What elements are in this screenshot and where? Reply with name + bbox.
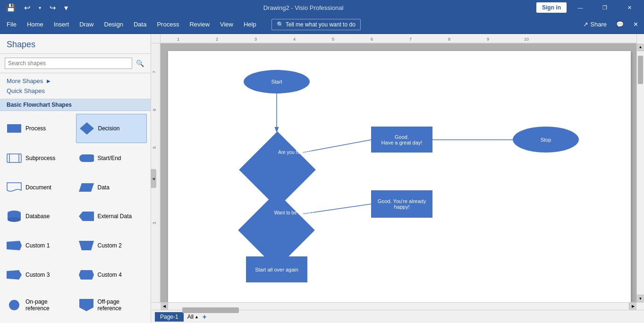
data-label: Data [98,184,110,191]
happy2-label: Want to be happy? [266,210,321,215]
svg-text:8: 8 [448,37,450,42]
svg-text:6: 6 [371,37,373,42]
external-data-label: External Data [98,213,132,220]
menu-data[interactable]: Data [129,18,151,31]
shape-external-data[interactable]: External Data [76,203,147,231]
database-label: Database [25,213,50,220]
canvas-wrapper: 1 2 3 4 5 6 7 8 9 10 [151,34,644,323]
shape-data[interactable]: Data [76,173,147,202]
restore-button[interactable]: ❐ [594,0,616,15]
shape-subprocess[interactable]: Subprocess [4,144,75,172]
shape-startend[interactable]: Start/End [76,144,147,172]
quick-shapes-label: Quick Shapes [7,87,45,94]
menu-design[interactable]: Design [100,18,128,31]
svg-marker-11 [7,241,22,250]
redo-icon[interactable]: ↪ [47,2,58,13]
all-pages-button[interactable]: All ▲ [187,314,199,320]
share-icon: ↗ [583,21,588,28]
menu-process[interactable]: Process [152,18,184,31]
svg-text:9: 9 [487,37,489,42]
ruler-row: 1 2 3 4 5 6 7 8 9 10 [151,34,644,43]
search-input[interactable] [5,58,132,69]
onpage-label: On-page reference [25,298,72,312]
custom2-icon [79,240,94,251]
shape-onpage[interactable]: On-page reference [4,290,75,320]
canvas-scroll-area[interactable]: Start Are you happy? Good. Have a great … [161,43,636,302]
hscroll-thumb[interactable] [182,307,239,313]
canvas-shape-stop[interactable]: Stop [513,127,579,153]
svg-point-9 [8,217,21,222]
undo-dropdown-icon[interactable]: ▾ [36,4,43,11]
shape-custom3[interactable]: Custom 3 [4,261,75,289]
signin-button[interactable]: Sign in [536,2,567,13]
canvas-page: Start Are you happy? Good. Have a great … [168,51,631,302]
more-shapes-item[interactable]: More Shapes ▶ [7,76,144,86]
page-tab-page1[interactable]: Page-1 [155,312,184,322]
menu-file[interactable]: File [2,18,21,31]
ribbon-close-button[interactable]: ✕ [629,19,642,30]
canvas-shape-alreadyhappy[interactable]: Good. You're already happy! [371,190,432,218]
comment-button[interactable]: 💬 [612,19,627,30]
menu-review[interactable]: Review [185,18,214,31]
ruler-corner-right [636,34,644,43]
svg-text:10: 10 [524,37,529,42]
scrollbar-down[interactable]: ▼ [637,295,644,302]
close-button[interactable]: ✕ [619,0,640,15]
sidebar-collapse-button[interactable]: ◀ [151,169,156,188]
scrollbar-up[interactable]: ▲ [637,43,644,51]
menu-insert[interactable]: Insert [49,18,74,31]
shape-offpage[interactable]: Off-page reference [76,290,147,320]
menu-home[interactable]: Home [22,18,48,31]
canvas-shape-start[interactable]: Start [244,70,310,94]
svg-text:1: 1 [177,37,179,42]
menu-view[interactable]: View [215,18,238,31]
shape-database[interactable]: Database [4,203,75,231]
svg-text:3: 3 [152,222,157,224]
startend-icon [79,153,94,164]
ruler-corner [151,34,161,43]
vertical-scrollbar[interactable]: ▲ ▼ [636,43,644,302]
shape-custom1[interactable]: Custom 1 [4,231,75,260]
shape-decision[interactable]: Decision [76,114,147,143]
canvas-shape-goodday[interactable]: Good. Have a great day! [371,127,432,153]
startover-label: Start all over again [255,267,298,272]
add-page-button[interactable]: + [203,313,206,321]
scrollbar-right[interactable]: ▶ [629,303,636,310]
shapes-nav: More Shapes ▶ Quick Shapes [0,73,151,99]
canvas-main: 7 6 5 4 3 [151,43,644,302]
external-data-icon [79,211,94,222]
share-button[interactable]: ↗ Share [579,19,610,30]
shape-custom2[interactable]: Custom 2 [76,231,147,260]
horizontal-scrollbar[interactable]: ◀ ▶ [161,303,636,310]
canvas-shape-startover[interactable]: Start all over again [246,256,307,282]
shape-process[interactable]: Process [4,114,75,143]
subprocess-icon [7,153,22,164]
undo-icon[interactable]: ↩ [22,2,33,13]
ruler-horizontal: 1 2 3 4 5 6 7 8 9 10 [161,34,636,43]
search-bar: 🔍 [0,54,151,73]
scrollbar-left[interactable]: ◀ [161,303,168,310]
more-shapes-arrow: ▶ [47,78,51,84]
quick-shapes-item[interactable]: Quick Shapes [7,86,144,96]
hscroll-row: ◀ ▶ [151,302,644,310]
sidebar: Shapes 🔍 More Shapes ▶ Quick Shapes Basi… [0,34,151,323]
document-icon [7,182,22,193]
more-qat-icon[interactable]: ▾ [62,2,70,13]
save-icon[interactable]: 💾 [4,2,18,13]
tell-me-input[interactable]: 🔍 Tell me what you want to do [271,19,361,30]
decision-icon [79,123,94,134]
shape-custom4[interactable]: Custom 4 [76,261,147,289]
svg-marker-13 [7,270,22,280]
database-icon [7,211,22,222]
happy1-label: Are you happy? [267,150,322,155]
shape-document[interactable]: Document [4,173,75,202]
scrollbar-thumb[interactable] [638,56,643,84]
share-label: Share [590,21,607,28]
minimize-button[interactable]: — [569,0,591,15]
tell-me-text: Tell me what you want to do [286,21,356,28]
menu-draw[interactable]: Draw [75,18,98,31]
menu-help[interactable]: Help [239,18,261,31]
titlebar-title: Drawing2 - Visio Professional [70,4,536,11]
hscroll-end [636,303,644,310]
search-button[interactable]: 🔍 [134,59,146,68]
